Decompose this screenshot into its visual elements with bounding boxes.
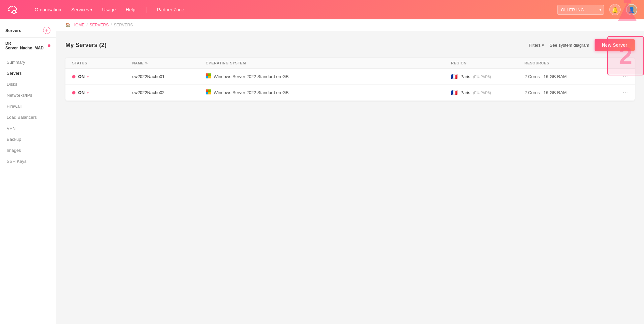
page-title: My Servers (2) — [65, 42, 106, 49]
logo[interactable] — [7, 5, 21, 15]
row-menu-button-1[interactable]: ⋯ — [611, 73, 628, 80]
region-cell-2: 🇫🇷 Paris (EU-PAR8) — [451, 89, 524, 96]
col-actions — [611, 61, 628, 65]
servers-table: STATUS NAME ⇅ OPERATING SYSTEM REGION RE… — [65, 58, 635, 101]
region-code-1: (EU-PAR8) — [473, 75, 491, 79]
header-actions: Filters ▾ See system diagram New Server — [529, 39, 635, 51]
breadcrumb: 🏠 HOME / SERVERS / SERVERS — [56, 19, 644, 31]
flag-icon-2: 🇫🇷 — [451, 89, 458, 96]
content-area: My Servers (2) Filters ▾ See system diag… — [56, 31, 644, 109]
resources-cell-1: 2 Cores - 16 GB RAM — [524, 74, 611, 79]
svg-rect-6 — [208, 89, 211, 92]
sidebar-header: Servers + — [0, 23, 56, 38]
status-arrow-1: ▸ — [87, 75, 89, 78]
sidebar-nav: Summary Servers Disks Networks/IPs Firew… — [0, 54, 56, 167]
svg-rect-2 — [208, 73, 211, 76]
bell-icon: 🔔 — [612, 7, 618, 13]
sidebar-item-images[interactable]: Images — [0, 145, 56, 156]
region-label-1: Paris — [460, 74, 470, 79]
sidebar-add-button[interactable]: + — [43, 27, 50, 34]
nav-usage[interactable]: Usage — [102, 7, 116, 12]
sidebar-item-disks[interactable]: Disks — [0, 79, 56, 90]
top-navigation: Organisation Services ▾ Usage Help | Par… — [0, 0, 644, 19]
sidebar: Servers + DR Server_Nacho_MAD Summary Se… — [0, 19, 56, 324]
status-dot-1 — [72, 75, 75, 78]
breadcrumb-home-icon: 🏠 — [65, 23, 70, 27]
main-content: 🏠 HOME / SERVERS / SERVERS My Servers (2… — [56, 19, 644, 324]
row-menu-button-2[interactable]: ⋯ — [611, 89, 628, 96]
nav-services[interactable]: Services ▾ — [71, 7, 92, 12]
col-name[interactable]: NAME ⇅ — [132, 61, 206, 65]
sidebar-item-ssh-keys[interactable]: SSH Keys — [0, 156, 56, 167]
sidebar-item-load-balancers[interactable]: Load Balancers — [0, 112, 56, 123]
status-text-1: ON — [78, 74, 85, 79]
os-cell-1: Windows Server 2022 Standard en-GB — [206, 73, 451, 80]
svg-rect-5 — [206, 89, 208, 92]
svg-rect-4 — [208, 76, 211, 78]
breadcrumb-sep-2: / — [111, 23, 112, 27]
os-label-2: Windows Server 2022 Standard en-GB — [214, 90, 289, 95]
content-header: My Servers (2) Filters ▾ See system diag… — [65, 39, 635, 51]
filters-button[interactable]: Filters ▾ — [529, 43, 544, 48]
region-code-2: (EU-PAR8) — [473, 91, 491, 95]
sidebar-server-status-dot — [48, 44, 50, 47]
status-dot-2 — [72, 91, 75, 94]
os-cell-2: Windows Server 2022 Standard en-GB — [206, 89, 451, 96]
see-system-diagram-button[interactable]: See system diagram — [550, 43, 589, 48]
avatar[interactable]: 👤 — [626, 4, 637, 15]
breadcrumb-home[interactable]: HOME — [72, 23, 84, 27]
status-arrow-2: ▸ — [87, 91, 89, 94]
nav-links: Organisation Services ▾ Usage Help | Par… — [35, 6, 557, 13]
sidebar-item-summary[interactable]: Summary — [0, 57, 56, 68]
sidebar-item-backup[interactable]: Backup — [0, 134, 56, 145]
breadcrumb-current: SERVERS — [114, 23, 133, 27]
nav-divider: | — [145, 6, 147, 13]
status-cell-2: ON ▸ — [72, 90, 132, 95]
sidebar-server-name: DR Server_Nacho_MAD — [5, 41, 46, 50]
server-name-2[interactable]: sw2022Nacho02 — [132, 90, 206, 95]
nav-right: OLLER INC 🔔 👤 — [557, 4, 637, 15]
resources-cell-2: 2 Cores - 16 GB RAM — [524, 90, 611, 95]
svg-rect-8 — [208, 92, 211, 94]
nav-partner-zone[interactable]: Partner Zone — [157, 7, 184, 12]
table-header: STATUS NAME ⇅ OPERATING SYSTEM REGION RE… — [65, 58, 635, 69]
status-text-2: ON — [78, 90, 85, 95]
col-region: REGION — [451, 61, 524, 65]
col-os: OPERATING SYSTEM — [206, 61, 451, 65]
col-resources: RESOURCES — [524, 61, 611, 65]
region-label-2: Paris — [460, 90, 470, 95]
os-label-1: Windows Server 2022 Standard en-GB — [214, 74, 289, 79]
server-name-1[interactable]: sw2022Nacho01 — [132, 74, 206, 79]
svg-rect-1 — [206, 73, 208, 76]
table-row: ON ▸ sw2022Nacho02 W — [65, 85, 635, 101]
breadcrumb-sep-1: / — [86, 23, 87, 27]
org-selector[interactable]: OLLER INC — [557, 5, 604, 15]
windows-icon-2 — [206, 89, 211, 96]
windows-icon-1 — [206, 73, 211, 80]
sidebar-server-item[interactable]: DR Server_Nacho_MAD — [0, 38, 56, 54]
sidebar-item-vpn[interactable]: VPN — [0, 123, 56, 134]
sidebar-item-servers[interactable]: Servers — [0, 68, 56, 79]
nav-help[interactable]: Help — [126, 7, 136, 12]
sort-icon: ⇅ — [145, 61, 148, 65]
new-server-button[interactable]: New Server — [595, 39, 635, 51]
sidebar-item-networks-ips[interactable]: Networks/IPs — [0, 90, 56, 101]
bell-button[interactable]: 🔔 — [609, 4, 621, 15]
filters-chevron-icon: ▾ — [542, 43, 544, 48]
status-cell-1: ON ▸ — [72, 74, 132, 79]
breadcrumb-servers[interactable]: SERVERS — [89, 23, 109, 27]
svg-rect-3 — [206, 76, 208, 78]
svg-rect-7 — [206, 92, 208, 94]
table-row: ON ▸ sw2022Nacho01 W — [65, 69, 635, 85]
org-selector-wrap: OLLER INC — [557, 5, 604, 15]
col-status: STATUS — [72, 61, 132, 65]
sidebar-title: Servers — [5, 28, 21, 33]
layout: Servers + DR Server_Nacho_MAD Summary Se… — [0, 19, 644, 324]
nav-organisation[interactable]: Organisation — [35, 7, 61, 12]
avatar-image: 👤 — [628, 7, 635, 13]
sidebar-item-firewall[interactable]: Firewall — [0, 101, 56, 112]
flag-icon-1: 🇫🇷 — [451, 73, 458, 80]
region-cell-1: 🇫🇷 Paris (EU-PAR8) — [451, 73, 524, 80]
